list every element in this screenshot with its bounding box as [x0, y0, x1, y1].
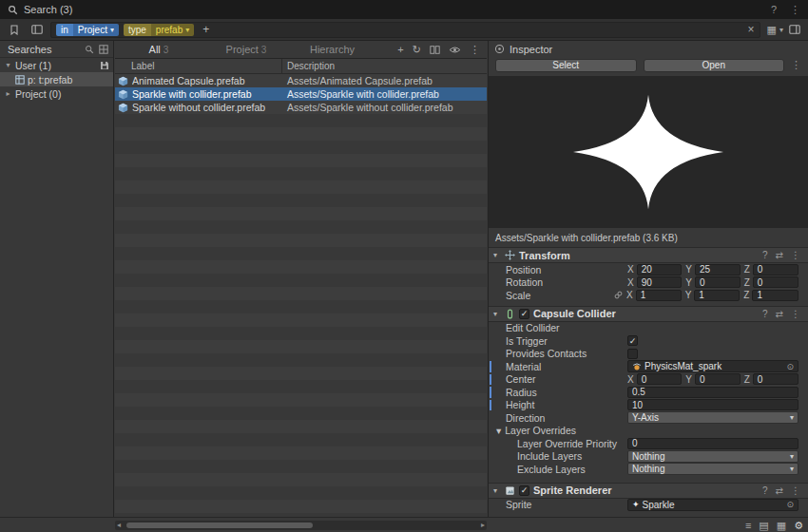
scroll-right-icon[interactable]: ▸ [481, 521, 485, 530]
grid-view-icon[interactable]: ▤ [759, 520, 768, 532]
inspector-menu-icon[interactable]: ⋮ [791, 59, 801, 71]
chevron-down-icon[interactable]: ▾ [779, 26, 783, 34]
table-row[interactable]: Sparkle without collider.prefab Assets/S… [115, 101, 487, 114]
list-view-icon[interactable]: ≡ [745, 520, 751, 531]
saved-searches-toggle-icon[interactable] [5, 22, 24, 38]
column-header-description[interactable]: Description [282, 61, 487, 71]
table-row[interactable]: Sparkle with collider.prefab Assets/Spar… [115, 87, 487, 101]
gear-icon[interactable]: ⚙ [794, 520, 803, 532]
search-input[interactable]: in Project ▾ type prefab ▾ + × [50, 22, 760, 38]
height-field[interactable]: 10 [627, 399, 798, 410]
edit-collider-label[interactable]: Edit Collider [506, 322, 627, 333]
scrollbar-thumb[interactable] [126, 522, 313, 528]
save-icon[interactable] [100, 61, 109, 70]
center-label[interactable]: Center [506, 373, 627, 385]
capsule-collider-header[interactable]: ▾ ✓ Capsule Collider ? ⇄ ⋮ [489, 306, 808, 322]
columns-icon[interactable] [430, 46, 440, 54]
caret-down-icon[interactable]: ▾ [493, 486, 501, 495]
rotation-x-field[interactable]: 90 [637, 276, 683, 288]
help-icon[interactable]: ? [762, 485, 768, 496]
component-enabled-checkbox[interactable]: ✓ [519, 485, 529, 496]
eye-icon[interactable] [449, 46, 461, 54]
component-menu-icon[interactable]: ⋮ [791, 309, 800, 319]
provides-contacts-checkbox[interactable] [627, 349, 638, 359]
filter-chip-in[interactable]: in Project ▾ [56, 24, 119, 36]
sprite-object-field[interactable]: ✦ Sparkle ⊙ [627, 499, 798, 511]
grid-icon[interactable] [99, 45, 108, 54]
caret-down-icon[interactable]: ▾ [496, 425, 501, 436]
object-picker-icon[interactable]: ⊙ [786, 362, 794, 371]
tab-project[interactable]: Project3 [202, 44, 290, 55]
more-options-icon[interactable]: ⋮ [470, 44, 480, 56]
search-filter-icon[interactable] [85, 45, 94, 54]
direction-dropdown[interactable]: Y-Axis ▾ [627, 411, 798, 424]
provides-contacts-label[interactable]: Provides Contacts [506, 348, 627, 359]
tab-hierarchy[interactable]: Hierarchy [290, 44, 377, 55]
direction-label[interactable]: Direction [506, 412, 627, 424]
center-z-field[interactable]: 0 [753, 373, 798, 385]
scale-x-field[interactable]: 1 [636, 290, 682, 301]
component-enabled-checkbox[interactable]: ✓ [519, 309, 529, 319]
help-icon[interactable]: ? [762, 309, 768, 319]
filter-chip-type[interactable]: type prefab ▾ [124, 24, 194, 36]
table-row[interactable]: Animated Capsule.prefab Assets/Animated … [115, 74, 487, 87]
filter-in-key[interactable]: in [56, 24, 73, 36]
sidebar-item-query[interactable]: p: t:prefab [0, 72, 113, 86]
help-icon[interactable]: ? [771, 4, 777, 16]
refresh-icon[interactable]: ↻ [413, 44, 421, 56]
open-button[interactable]: Open [644, 59, 785, 72]
component-menu-icon[interactable]: ⋮ [791, 250, 800, 260]
position-x-field[interactable]: 20 [637, 264, 683, 276]
layer-overrides-foldout[interactable]: ▾ Layer Overrides [489, 425, 808, 438]
priority-label[interactable]: Layer Override Priority [517, 438, 627, 449]
link-icon[interactable] [614, 291, 623, 299]
tab-all[interactable]: All3 [115, 44, 202, 55]
sprite-renderer-header[interactable]: ▾ ✓ Sprite Renderer ? ⇄ ⋮ [489, 483, 808, 499]
position-y-field[interactable]: 25 [695, 264, 741, 276]
scale-z-field[interactable]: 1 [752, 290, 798, 301]
panel-toggle-icon[interactable] [28, 22, 47, 38]
sprite-label[interactable]: Sprite [506, 499, 627, 510]
horizontal-scrollbar[interactable]: ◂ ▸ [115, 521, 487, 530]
is-trigger-label[interactable]: Is Trigger [506, 335, 627, 347]
material-label[interactable]: Material [506, 361, 627, 372]
height-label[interactable]: Height [506, 399, 627, 410]
add-tab-icon[interactable]: + [397, 44, 403, 55]
caret-down-icon[interactable]: ▾ [4, 61, 12, 69]
presets-icon[interactable]: ⇄ [776, 250, 783, 260]
center-x-field[interactable]: 0 [637, 373, 683, 385]
clear-search-icon[interactable]: × [748, 23, 755, 36]
inspector-toggle-icon[interactable] [789, 25, 800, 34]
priority-field[interactable]: 0 [627, 438, 798, 449]
component-menu-icon[interactable]: ⋮ [791, 485, 800, 496]
transform-header[interactable]: ▾ Transform ? ⇄ ⋮ [489, 247, 808, 263]
material-object-field[interactable]: PhysicsMat_spark ⊙ [627, 360, 798, 372]
window-menu-icon[interactable]: ⋮ [790, 4, 800, 16]
scroll-left-icon[interactable]: ◂ [117, 521, 121, 530]
filter-type-key[interactable]: type [124, 24, 151, 36]
radius-label[interactable]: Radius [506, 387, 627, 398]
presets-icon[interactable]: ⇄ [776, 485, 783, 496]
caret-down-icon[interactable]: ▾ [493, 310, 501, 318]
add-filter-icon[interactable]: + [202, 23, 209, 36]
position-z-field[interactable]: 0 [753, 264, 798, 276]
table-view-icon[interactable]: ▦ [777, 520, 786, 532]
object-picker-icon[interactable]: ⊙ [786, 500, 794, 509]
chevron-down-icon[interactable]: ▾ [110, 24, 114, 36]
filter-type-value[interactable]: prefab ▾ [151, 24, 194, 36]
rotation-label[interactable]: Rotation [506, 276, 627, 288]
presets-icon[interactable]: ⇄ [776, 309, 783, 319]
filter-in-value[interactable]: Project ▾ [73, 24, 119, 36]
center-y-field[interactable]: 0 [695, 373, 741, 385]
caret-right-icon[interactable]: ▸ [4, 89, 12, 98]
help-icon[interactable]: ? [762, 250, 768, 260]
is-trigger-checkbox[interactable]: ✓ [627, 335, 638, 346]
rotation-y-field[interactable]: 0 [695, 276, 741, 288]
rotation-z-field[interactable]: 0 [753, 276, 798, 288]
scale-y-field[interactable]: 1 [694, 290, 740, 301]
sidebar-group-user[interactable]: ▾ User (1) [0, 58, 113, 72]
position-label[interactable]: Position [506, 264, 627, 276]
chevron-down-icon[interactable]: ▾ [185, 24, 189, 36]
view-mode-icon[interactable]: ▦ [767, 24, 777, 36]
include-layers-label[interactable]: Include Layers [517, 450, 627, 462]
